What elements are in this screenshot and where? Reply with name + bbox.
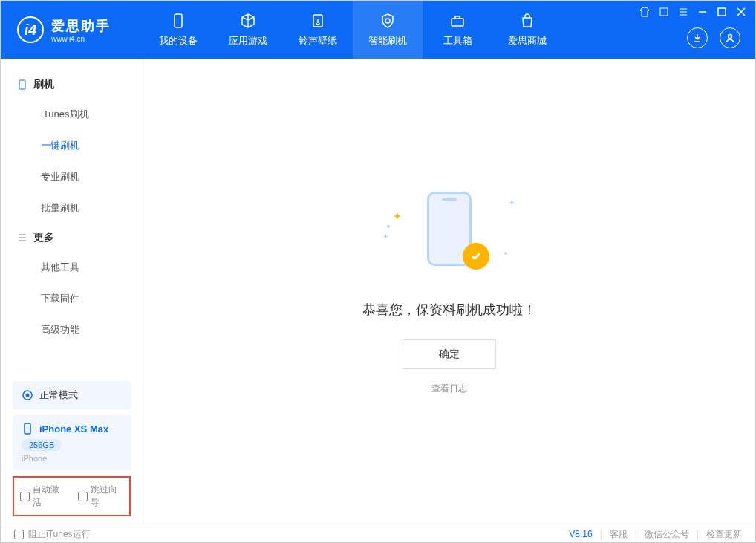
phone-icon xyxy=(169,12,187,30)
svg-rect-9 xyxy=(25,423,30,434)
refresh-shield-icon xyxy=(379,12,397,30)
checkbox-label: 自动激活 xyxy=(33,484,66,509)
sidebar-item-pro-flash[interactable]: 专业刷机 xyxy=(1,161,143,192)
svg-rect-6 xyxy=(19,80,25,89)
section-title: 更多 xyxy=(33,231,54,244)
sidebar-section-flash: 刷机 xyxy=(1,71,143,99)
logo-area: i4 爱思助手 www.i4.cn xyxy=(1,1,143,59)
checkbox-prevent-itunes[interactable]: 阻止iTunes运行 xyxy=(14,528,91,541)
music-note-icon xyxy=(309,12,327,30)
ok-button[interactable]: 确定 xyxy=(403,339,496,369)
mode-box[interactable]: 正常模式 xyxy=(13,381,131,409)
tab-toolbox[interactable]: 工具箱 xyxy=(423,1,492,59)
mode-label: 正常模式 xyxy=(39,388,78,402)
app-name-en: www.i4.cn xyxy=(51,35,111,43)
tab-smart-flash[interactable]: 智能刷机 xyxy=(353,1,423,59)
success-message: 恭喜您，保资料刷机成功啦！ xyxy=(362,301,536,319)
device-icon xyxy=(22,423,33,435)
tab-label: 铃声壁纸 xyxy=(299,34,337,48)
tab-label: 工具箱 xyxy=(443,34,472,48)
sidebar: 刷机 iTunes刷机 一键刷机 专业刷机 批量刷机 更多 其他工具 下载固件 … xyxy=(1,59,143,524)
view-log-link[interactable]: 查看日志 xyxy=(431,383,467,395)
dot-icon xyxy=(387,225,390,228)
check-update-link[interactable]: 检查更新 xyxy=(706,528,742,541)
sidebar-item-oneclick-flash[interactable]: 一键刷机 xyxy=(1,130,143,161)
tab-label: 智能刷机 xyxy=(368,34,407,48)
app-name-cn: 爱思助手 xyxy=(51,17,111,35)
checkbox-auto-activate[interactable]: 自动激活 xyxy=(20,484,66,509)
body-area: 刷机 iTunes刷机 一键刷机 专业刷机 批量刷机 更多 其他工具 下载固件 … xyxy=(1,59,755,524)
cube-icon xyxy=(239,12,257,30)
sparkle-icon: ✦ xyxy=(382,233,388,241)
window-controls xyxy=(639,7,746,17)
logo-text: 爱思助手 www.i4.cn xyxy=(51,17,111,43)
sparkle-icon: ✦ xyxy=(393,210,402,222)
svg-rect-3 xyxy=(660,8,668,16)
sidebar-item-batch-flash[interactable]: 批量刷机 xyxy=(1,192,143,224)
download-icon[interactable] xyxy=(687,27,708,48)
svg-point-5 xyxy=(729,35,732,39)
shirt-icon[interactable] xyxy=(639,7,650,17)
version-label: V8.16 xyxy=(569,529,592,539)
section-title: 刷机 xyxy=(33,78,54,91)
sidebar-item-itunes-flash[interactable]: iTunes刷机 xyxy=(1,99,143,130)
device-name: iPhone XS Max xyxy=(39,423,108,435)
checkbox-input[interactable] xyxy=(14,530,24,539)
tab-label: 应用游戏 xyxy=(229,34,267,48)
tab-ringtones-wallpapers[interactable]: 铃声壁纸 xyxy=(283,1,353,59)
checkbox-input[interactable] xyxy=(78,492,88,501)
tab-store[interactable]: 爱思商城 xyxy=(492,1,562,59)
device-storage-badge: 256GB xyxy=(22,439,62,451)
svg-rect-2 xyxy=(452,19,463,26)
dot-icon xyxy=(504,252,507,255)
checkbox-input[interactable] xyxy=(20,492,30,501)
svg-rect-0 xyxy=(175,14,182,27)
header-right-icons xyxy=(687,27,740,48)
menu-icon[interactable] xyxy=(678,7,688,17)
minimize-icon[interactable] xyxy=(697,7,708,17)
tab-apps-games[interactable]: 应用游戏 xyxy=(213,1,283,59)
sidebar-item-download-firmware[interactable]: 下载固件 xyxy=(1,283,143,314)
support-link[interactable]: 客服 xyxy=(610,528,628,541)
checkbox-skip-guide[interactable]: 跳过向导 xyxy=(78,484,124,509)
bag-icon xyxy=(518,12,536,30)
check-badge-icon xyxy=(463,243,489,270)
checkbox-label: 阻止iTunes运行 xyxy=(28,528,91,541)
checkbox-label: 跳过向导 xyxy=(91,484,124,509)
tab-label: 我的设备 xyxy=(159,34,198,48)
toolbox-icon xyxy=(449,12,466,30)
mode-icon xyxy=(22,389,33,401)
success-illustration: ✦ ✦ ✦ xyxy=(405,188,494,277)
device-box[interactable]: iPhone XS Max 256GB iPhone xyxy=(13,415,131,470)
user-icon[interactable] xyxy=(720,27,740,48)
arrow-icon[interactable] xyxy=(659,7,669,17)
highlighted-checkbox-row: 自动激活 跳过向导 xyxy=(13,476,131,516)
wechat-link[interactable]: 微信公众号 xyxy=(645,528,689,541)
svg-rect-4 xyxy=(718,8,726,16)
phone-small-icon xyxy=(17,79,27,90)
close-icon[interactable] xyxy=(736,7,746,17)
sparkle-icon: ✦ xyxy=(509,198,515,207)
sidebar-item-advanced[interactable]: 高级功能 xyxy=(1,314,143,345)
tab-my-device[interactable]: 我的设备 xyxy=(143,1,213,59)
main-content: ✦ ✦ ✦ 恭喜您，保资料刷机成功啦！ 确定 查看日志 xyxy=(143,59,755,524)
maximize-icon[interactable] xyxy=(717,7,727,17)
sidebar-item-other-tools[interactable]: 其他工具 xyxy=(1,252,143,283)
logo-icon: i4 xyxy=(17,16,44,43)
tab-label: 爱思商城 xyxy=(508,34,547,48)
footer: 阻止iTunes运行 V8.16 | 客服 | 微信公众号 | 检查更新 xyxy=(1,524,755,543)
app-header: i4 爱思助手 www.i4.cn 我的设备 应用游戏 铃声壁纸 智能刷机 工具… xyxy=(1,1,755,59)
list-icon xyxy=(17,233,27,243)
device-type: iPhone xyxy=(22,454,122,463)
sidebar-section-more: 更多 xyxy=(1,224,143,252)
svg-point-8 xyxy=(26,394,30,397)
footer-right: V8.16 | 客服 | 微信公众号 | 检查更新 xyxy=(569,528,742,541)
